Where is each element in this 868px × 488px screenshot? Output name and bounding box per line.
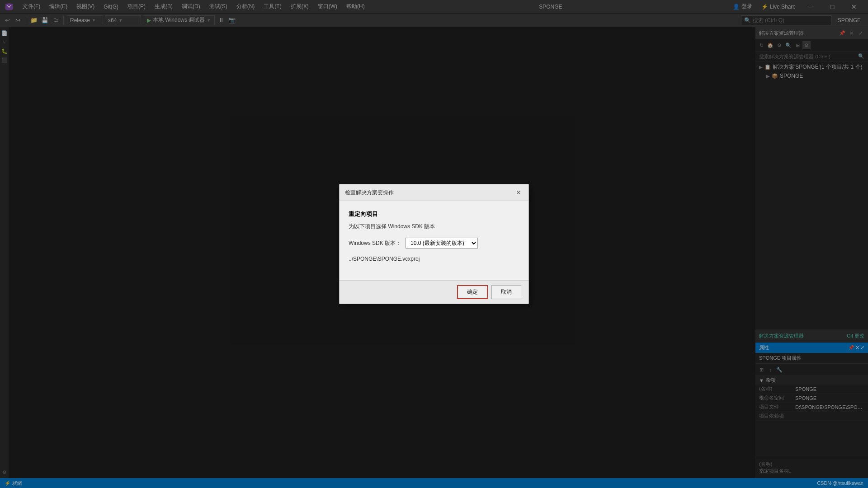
modal-ok-button[interactable]: 确定	[457, 285, 488, 299]
modal-cancel-button[interactable]: 取消	[491, 285, 521, 299]
modal-sdk-label: Windows SDK 版本：	[349, 239, 401, 247]
modal-footer: 确定 取消	[340, 280, 528, 304]
modal-section-title: 重定向项目	[349, 210, 519, 218]
modal-description: 为以下项目选择 Windows SDK 版本	[349, 223, 519, 230]
modal-titlebar: 检查解决方案变操作 ✕	[340, 184, 528, 201]
modal-body: 重定向项目 为以下项目选择 Windows SDK 版本 Windows SDK…	[340, 201, 528, 280]
modal-overlay: 检查解决方案变操作 ✕ 重定向项目 为以下项目选择 Windows SDK 版本…	[0, 0, 868, 488]
modal-sdk-select[interactable]: 10.0 (最新安装的版本)	[406, 238, 478, 249]
modal-title-text: 检查解决方案变操作	[345, 189, 394, 197]
modal-sdk-row: Windows SDK 版本： 10.0 (最新安装的版本)	[349, 238, 519, 249]
modal-close-button[interactable]: ✕	[514, 188, 523, 197]
modal-dialog: 检查解决方案变操作 ✕ 重定向项目 为以下项目选择 Windows SDK 版本…	[339, 184, 529, 304]
modal-project-path: ..\SPONGE\SPONGE.vcxproj	[349, 256, 519, 262]
